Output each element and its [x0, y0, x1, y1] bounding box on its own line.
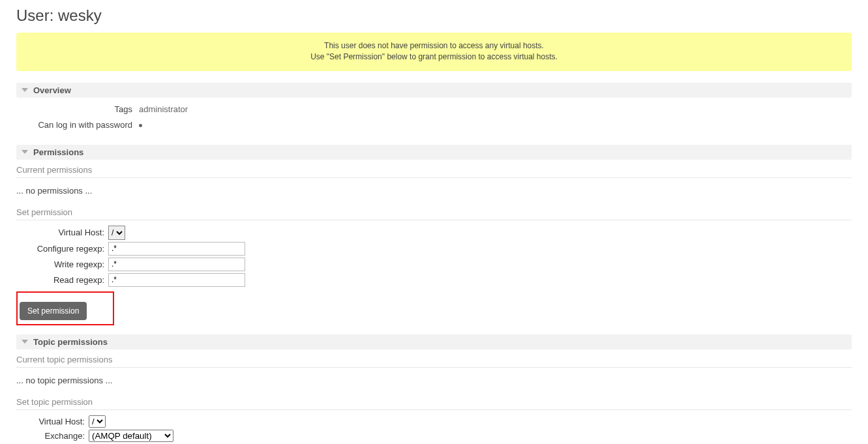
topic-exchange-select[interactable]: (AMQP default) [89, 430, 173, 442]
chevron-down-icon [22, 340, 28, 344]
warning-line-2: Use "Set Permission" below to grant perm… [27, 52, 841, 63]
page-title-username: wesky [58, 7, 102, 24]
section-topic-permissions-title: Topic permissions [33, 337, 108, 347]
vhost-select[interactable]: / [108, 226, 125, 240]
set-permission-heading: Set permission [16, 202, 852, 220]
overview-tags-value: administrator [139, 102, 188, 117]
set-permission-button[interactable]: Set permission [20, 302, 87, 320]
section-overview-header[interactable]: Overview [16, 83, 852, 98]
write-regexp-label: Write regexp: [16, 259, 108, 269]
configure-regexp-input[interactable] [108, 242, 245, 256]
warning-banner: This user does not have permission to ac… [16, 33, 852, 71]
topic-vhost-label: Virtual Host: [16, 417, 89, 426]
set-topic-permission-heading: Set topic permission [16, 392, 852, 410]
write-regexp-input[interactable] [108, 258, 245, 271]
read-regexp-input[interactable] [108, 273, 245, 287]
page-title-prefix: User: [16, 7, 53, 24]
current-permissions-heading: Current permissions [16, 160, 852, 178]
configure-regexp-label: Configure regexp: [16, 244, 108, 254]
current-topic-permissions-empty: ... no topic permissions ... [16, 373, 852, 392]
current-permissions-empty: ... no permissions ... [16, 183, 852, 202]
dot-icon [139, 124, 142, 127]
chevron-down-icon [22, 88, 28, 92]
section-permissions-title: Permissions [33, 147, 83, 157]
chevron-down-icon [22, 150, 28, 154]
overview-login-value [139, 117, 188, 133]
overview-login-label: Can log in with password [16, 117, 139, 133]
topic-exchange-label: Exchange: [16, 431, 89, 441]
current-topic-permissions-heading: Current topic permissions [16, 349, 852, 368]
overview-tags-label: Tags [16, 102, 139, 117]
warning-line-1: This user does not have permission to ac… [27, 40, 841, 52]
set-permission-highlight: Set permission [16, 291, 114, 325]
page-title: User: wesky [16, 7, 852, 25]
read-regexp-label: Read regexp: [16, 275, 108, 285]
section-permissions-header[interactable]: Permissions [16, 145, 852, 160]
topic-vhost-select[interactable]: / [89, 415, 106, 428]
section-overview-title: Overview [33, 85, 71, 95]
section-topic-permissions-header[interactable]: Topic permissions [16, 334, 852, 349]
vhost-label: Virtual Host: [16, 228, 108, 237]
